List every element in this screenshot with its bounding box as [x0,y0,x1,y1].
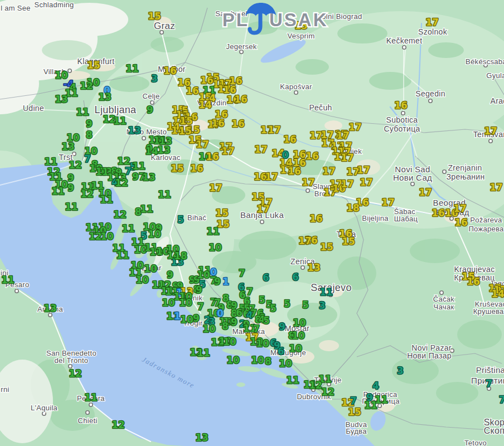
temp-marker[interactable]: 9 [167,269,173,280]
temp-marker[interactable]: 11 [65,201,78,212]
temp-marker[interactable]: 11 [158,189,171,200]
temp-marker[interactable]: 12 [113,209,127,220]
temp-marker[interactable]: 15 [215,207,229,219]
temp-marker[interactable]: 1 [222,276,229,287]
temp-marker[interactable]: 14 [491,288,504,299]
temp-marker[interactable]: 16 [186,85,199,96]
temp-marker[interactable]: 13 [142,172,156,183]
temp-marker[interactable]: 10 [144,263,157,274]
temp-marker[interactable]: 13 [55,94,68,105]
temp-marker[interactable]: 17 [265,171,278,182]
temp-marker[interactable]: 12 [69,368,82,379]
temp-marker[interactable]: 5 [259,294,265,306]
temp-marker[interactable]: 6 [278,346,284,357]
temp-marker[interactable]: 7 [350,395,357,406]
temp-marker[interactable]: 9 [214,276,221,287]
temp-marker[interactable]: 13 [98,91,112,103]
temp-marker[interactable]: 15 [342,236,355,247]
temp-marker[interactable]: 10 [251,355,264,366]
temp-marker[interactable]: 3 [319,300,326,311]
temp-marker[interactable]: 10 [256,338,269,349]
temp-marker[interactable]: 11 [113,115,127,127]
temp-marker[interactable]: 11 [197,347,210,358]
temp-marker[interactable]: 8 [265,356,272,367]
temp-marker[interactable]: 11 [51,186,65,197]
temp-marker[interactable]: 15 [148,11,161,22]
temp-marker[interactable]: 16 [306,151,319,162]
temp-marker[interactable]: 17 [298,235,312,246]
temp-marker[interactable]: 16 [231,118,245,129]
temp-marker[interactable]: 11 [122,223,135,234]
temp-marker[interactable]: 10 [202,323,216,334]
temp-marker[interactable]: 8 [222,321,229,332]
temp-marker[interactable]: 3 [397,365,404,376]
temp-marker[interactable]: 7 [197,301,204,312]
temp-marker[interactable]: 17 [425,17,439,28]
temp-marker[interactable]: 11 [1,274,14,285]
temp-marker[interactable]: 11 [364,400,377,411]
temp-marker[interactable]: 9 [193,313,200,324]
temp-marker[interactable]: 1 [174,311,181,322]
temp-marker[interactable]: 11 [140,203,153,215]
temp-marker[interactable]: 7 [499,394,504,405]
temp-marker[interactable]: 13 [195,432,209,443]
temp-marker[interactable]: 11 [116,250,129,261]
temp-marker[interactable]: 11 [84,392,98,403]
temp-marker[interactable]: 4 [372,380,379,391]
temp-marker[interactable]: 10 [226,355,240,366]
temp-marker[interactable]: 17 [268,124,281,135]
temp-marker[interactable]: 18 [346,202,360,214]
temp-marker[interactable]: 7 [239,268,245,279]
temp-marker[interactable]: 11 [125,63,139,74]
temp-marker[interactable]: 13 [128,125,141,136]
temp-marker[interactable]: 13 [61,141,75,152]
temp-marker[interactable]: 10 [162,297,175,308]
temp-marker[interactable]: 15 [320,241,333,253]
temp-marker[interactable]: 11 [44,156,57,167]
temp-marker[interactable]: 10 [279,358,292,369]
temp-marker[interactable]: 17 [381,197,395,208]
temp-marker[interactable]: 12 [115,177,128,188]
temp-marker[interactable]: 9 [86,118,93,129]
temp-marker[interactable]: 17 [360,177,373,188]
temp-marker[interactable]: 17 [256,203,270,215]
temp-marker[interactable]: 14 [198,99,212,110]
temp-marker[interactable]: 6 [292,272,299,283]
temp-marker[interactable]: 5 [270,303,277,314]
temp-marker[interactable]: 17 [221,146,235,157]
temp-marker[interactable]: 16 [454,217,468,228]
temp-marker[interactable]: 16 [190,163,203,174]
temp-marker[interactable]: 3 [151,73,158,84]
temp-marker[interactable]: 10 [180,314,193,325]
temp-marker[interactable]: 10 [289,343,302,354]
temp-marker[interactable]: 9 [231,317,238,328]
temp-marker[interactable]: 5 [177,214,184,225]
temp-marker[interactable]: 10 [292,330,305,341]
temp-marker[interactable]: 14 [145,146,158,157]
temp-marker[interactable]: 10 [135,274,149,285]
temp-marker[interactable]: 11 [319,287,333,298]
temp-marker[interactable]: 10 [293,317,306,328]
temp-marker[interactable]: 10 [100,231,114,242]
temp-marker[interactable]: 15 [348,406,361,418]
temp-marker[interactable]: 17 [196,139,209,150]
weather-map[interactable]: Schladmingl am SeeGrazSambotelStolni Bio… [0,0,504,446]
temp-marker[interactable]: 12 [80,80,93,91]
temp-marker[interactable]: 12 [309,380,322,391]
temp-marker[interactable]: 16 [467,276,480,287]
temp-marker[interactable]: 7 [486,378,492,389]
temp-marker[interactable]: 16 [234,94,248,105]
temp-marker[interactable]: 17 [453,203,467,214]
temp-marker[interactable]: 12 [117,156,130,167]
temp-marker[interactable]: 16 [288,166,301,177]
temp-marker[interactable]: 12 [321,386,335,397]
temp-marker[interactable]: 16 [432,207,445,219]
temp-marker[interactable]: 17 [341,152,354,163]
temp-marker[interactable]: 11 [76,106,89,118]
temp-marker[interactable]: 12 [112,419,125,430]
temp-marker[interactable]: 10 [179,297,192,308]
temp-marker[interactable]: 18 [174,250,187,261]
temp-marker[interactable]: 10 [148,229,161,240]
temp-marker[interactable]: 17 [302,177,315,188]
temp-marker[interactable]: 9 [132,171,139,182]
